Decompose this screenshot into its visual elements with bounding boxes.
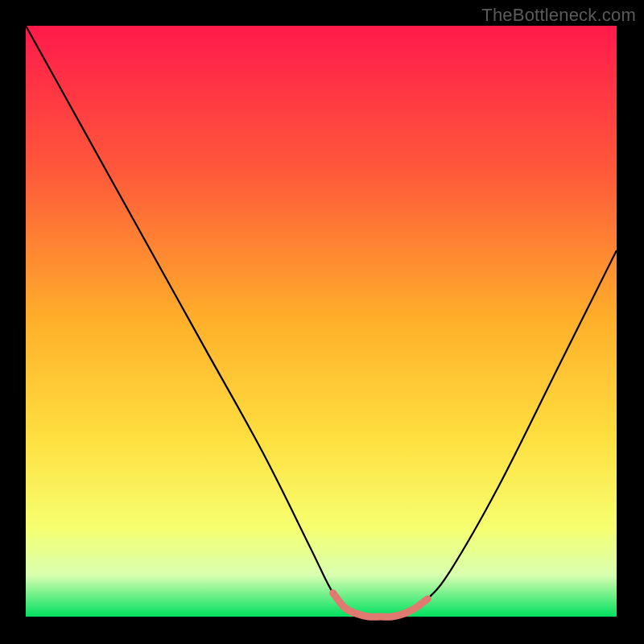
chart-svg bbox=[0, 0, 644, 644]
chart-container: TheBottleneck.com bbox=[0, 0, 644, 644]
plot-background bbox=[26, 26, 617, 617]
watermark-text: TheBottleneck.com bbox=[481, 5, 636, 26]
